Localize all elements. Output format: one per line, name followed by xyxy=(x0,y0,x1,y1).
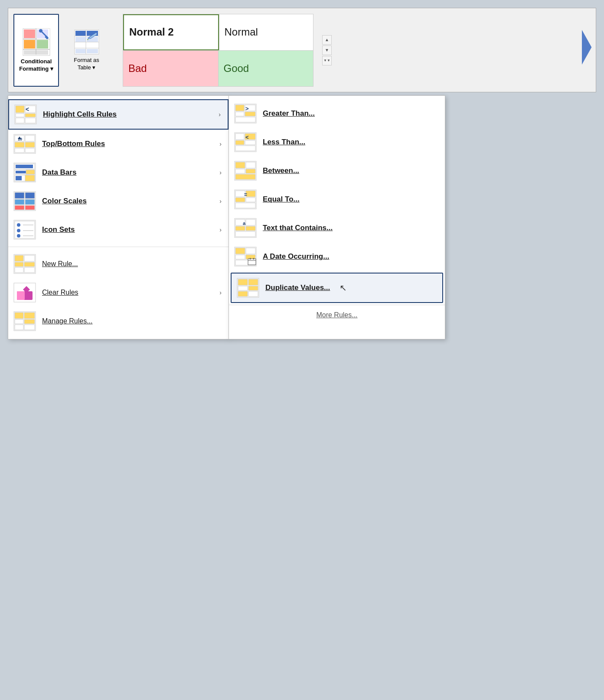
conditional-formatting-button[interactable]: Conditional Formatting ▾ xyxy=(13,14,59,87)
manage-rules-label: Manage Rules... xyxy=(42,317,222,325)
svg-rect-39 xyxy=(25,142,35,147)
svg-rect-83 xyxy=(24,319,35,324)
highlight-cells-rules-arrow: › xyxy=(219,111,221,118)
menu-item-manage-rules[interactable]: Manage Rules... xyxy=(8,307,229,335)
scroll-dropdown-button[interactable]: ▼▼ xyxy=(322,56,332,65)
svg-text:10: 10 xyxy=(18,137,22,141)
data-bars-arrow: › xyxy=(219,169,222,176)
svg-rect-16 xyxy=(75,37,86,42)
ribbon-right-arrow xyxy=(582,30,596,65)
cell-style-good[interactable]: Good xyxy=(218,50,313,86)
svg-rect-41 xyxy=(25,148,35,153)
format-table-icon xyxy=(74,29,100,55)
top-bottom-rules-icon: 10 xyxy=(13,134,36,154)
menu-item-duplicate-values[interactable]: Duplicate Values... ↖ xyxy=(231,273,443,303)
data-bars-icon xyxy=(13,163,36,182)
menu-item-text-that-contains[interactable]: a Text that Contains... xyxy=(229,214,445,242)
greater-than-icon: > xyxy=(234,104,257,124)
menu-item-between[interactable]: Between... xyxy=(229,156,445,185)
svg-rect-109 xyxy=(235,198,245,202)
icon-sets-arrow: › xyxy=(219,226,222,233)
svg-rect-74 xyxy=(24,267,35,273)
format-table-label-1: Format as xyxy=(74,57,99,64)
svg-rect-59 xyxy=(25,205,35,210)
conditional-formatting-icon xyxy=(22,28,51,56)
svg-rect-134 xyxy=(248,286,258,290)
svg-rect-135 xyxy=(238,291,248,296)
menu-item-new-rule[interactable]: New Rule... xyxy=(8,250,229,278)
svg-rect-104 xyxy=(246,169,255,173)
icon-sets-icon xyxy=(13,220,36,240)
new-rule-label: New Rule... xyxy=(42,260,222,268)
cell-style-normal[interactable]: Normal xyxy=(219,14,313,50)
svg-rect-107 xyxy=(235,191,245,197)
svg-rect-14 xyxy=(75,31,86,36)
svg-rect-57 xyxy=(25,199,35,205)
svg-text:=: = xyxy=(244,192,247,198)
svg-rect-116 xyxy=(235,226,245,231)
cell-style-normal2[interactable]: Normal 2 xyxy=(123,14,219,50)
svg-rect-118 xyxy=(235,231,255,237)
svg-rect-87 xyxy=(235,105,244,111)
svg-rect-77 xyxy=(17,291,25,300)
menu-item-highlight-cells-rules[interactable]: < Highlight Cells Rules › xyxy=(8,99,229,130)
text-that-contains-icon: a xyxy=(234,218,257,238)
menu-item-less-than[interactable]: < Less Than... xyxy=(229,128,445,156)
svg-rect-48 xyxy=(16,165,33,168)
svg-rect-56 xyxy=(15,199,24,205)
svg-point-63 xyxy=(17,229,20,232)
manage-rules-icon xyxy=(13,311,36,331)
menu-item-equal-to[interactable]: = Equal To... xyxy=(229,185,445,214)
svg-rect-90 xyxy=(245,112,255,116)
svg-rect-3 xyxy=(24,40,35,49)
svg-rect-111 xyxy=(235,203,255,208)
menu-item-top-bottom-rules[interactable]: 10 Top/Bottom Rules › xyxy=(8,130,229,158)
svg-rect-123 xyxy=(235,255,245,259)
svg-text:<: < xyxy=(26,106,29,113)
icon-sets-label: Icon Sets xyxy=(42,225,213,234)
more-rules-item[interactable]: More Rules... xyxy=(229,305,445,325)
svg-rect-54 xyxy=(15,192,24,199)
between-label: Between... xyxy=(263,166,299,175)
svg-rect-32 xyxy=(16,118,24,123)
svg-rect-28 xyxy=(16,106,24,113)
svg-rect-108 xyxy=(246,191,255,197)
scroll-buttons: ▲ ▼ ▼▼ xyxy=(322,35,332,65)
svg-rect-37 xyxy=(25,135,35,141)
menu-item-a-date-occurring[interactable]: A Date Occurring... xyxy=(229,242,445,271)
color-scales-arrow: › xyxy=(219,198,222,205)
menu-item-clear-rules[interactable]: Clear Rules › xyxy=(8,278,229,307)
left-menu: < Highlight Cells Rules › xyxy=(8,95,229,339)
highlight-cells-rules-icon: < xyxy=(14,104,37,124)
svg-rect-58 xyxy=(15,205,24,210)
svg-rect-50 xyxy=(16,176,22,180)
scroll-up-button[interactable]: ▲ xyxy=(322,35,332,45)
format-table-label-2: Table ▾ xyxy=(74,64,99,72)
cell-styles-panel: Normal 2 Normal Bad Good xyxy=(123,14,313,87)
less-than-icon: < xyxy=(234,132,257,152)
format-as-table-button[interactable]: Format as Table ▾ xyxy=(66,14,107,87)
svg-rect-126 xyxy=(248,259,256,265)
a-date-occurring-icon xyxy=(234,247,257,267)
svg-rect-98 xyxy=(235,146,255,151)
svg-text:<: < xyxy=(245,134,249,140)
svg-rect-1 xyxy=(24,29,35,38)
svg-rect-96 xyxy=(235,140,244,145)
svg-rect-20 xyxy=(75,49,86,53)
menu-item-color-scales[interactable]: Color Scales › xyxy=(8,187,229,215)
svg-rect-102 xyxy=(246,162,255,168)
duplicate-values-label: Duplicate Values... xyxy=(265,283,330,292)
svg-rect-94 xyxy=(235,133,244,140)
svg-rect-72 xyxy=(24,262,35,267)
equal-to-icon: = xyxy=(234,189,257,209)
scroll-down-button[interactable]: ▼ xyxy=(322,46,332,55)
top-bottom-rules-arrow: › xyxy=(219,140,222,147)
menu-item-greater-than[interactable]: > Greater Than... xyxy=(229,99,445,128)
svg-rect-103 xyxy=(235,169,245,173)
svg-rect-110 xyxy=(246,198,255,202)
menu-item-data-bars[interactable]: Data Bars › xyxy=(8,158,229,187)
menu-item-icon-sets[interactable]: Icon Sets › xyxy=(8,215,229,244)
cell-style-bad[interactable]: Bad xyxy=(123,50,218,86)
new-rule-icon xyxy=(13,254,36,274)
svg-rect-105 xyxy=(235,174,255,179)
